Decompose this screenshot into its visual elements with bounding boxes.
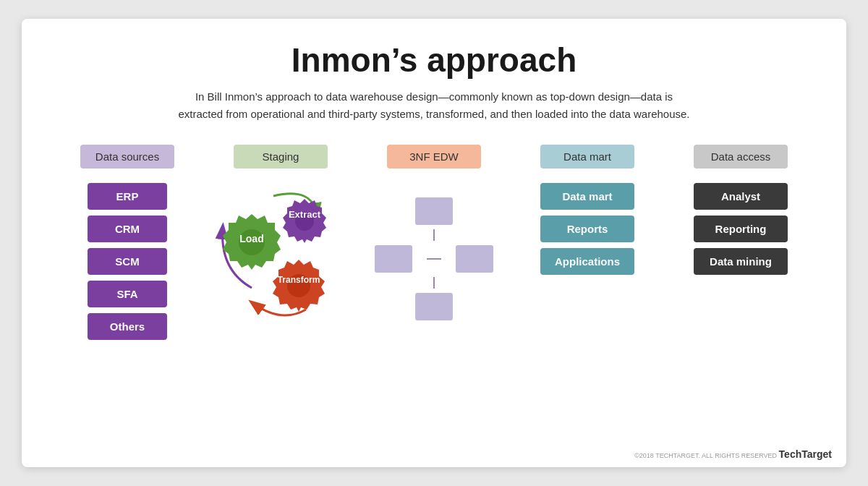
list-item: SCM (88, 248, 167, 275)
col-header-datamart: Data mart (540, 145, 634, 169)
diagram: Data sources ERP CRM SCM SFA Others Stag… (51, 145, 817, 453)
col-datasources: Data sources ERP CRM SCM SFA Others (51, 145, 204, 346)
connector-h1 (427, 258, 441, 260)
gear-load-label: Load (239, 233, 263, 244)
list-item: SFA (88, 281, 167, 307)
slide: Inmon’s approach In Bill Inmon’s approac… (22, 19, 846, 467)
edw-box-right (456, 245, 493, 273)
list-item: Others (88, 313, 167, 340)
footer: ©2018 TECHTARGET. ALL RIGHTS RESERVED Te… (634, 448, 832, 460)
footer-copyright: ©2018 TECHTARGET. ALL RIGHTS RESERVED (634, 452, 777, 459)
gears-svg: Load Extract Transform (212, 183, 349, 328)
col-dataaccess: Data access Analyst Reporting Data minin… (664, 145, 817, 281)
connector-v2 (433, 277, 435, 289)
list-item: Analyst (694, 183, 788, 210)
edw-box-bottom (415, 293, 453, 320)
footer-brand: TechTarget (779, 448, 832, 460)
edw-flowchart (375, 197, 493, 320)
list-item: CRM (88, 216, 167, 242)
list-item: ERP (88, 183, 167, 210)
list-item: Reports (540, 216, 634, 242)
col-edw: 3NF EDW (357, 145, 511, 320)
edw-box-top (415, 197, 453, 225)
staging-gears: Load Extract Transform (212, 183, 349, 328)
connector-v1 (433, 229, 435, 241)
list-item: Data mart (540, 183, 634, 210)
page-title: Inmon’s approach (292, 40, 576, 80)
col-header-staging: Staging (234, 145, 328, 169)
page-subtitle: In Bill Inmon’s approach to data warehou… (174, 88, 694, 123)
gear-transform-label: Transform (278, 275, 320, 285)
col-staging: Staging (204, 145, 357, 328)
edw-middle-row (375, 245, 493, 273)
col-datamart: Data mart Data mart Reports Applications (511, 145, 664, 281)
list-item: Applications (540, 248, 634, 275)
list-item: Reporting (694, 216, 788, 242)
gear-extract-label: Extract (289, 209, 321, 220)
col-header-dataaccess: Data access (694, 145, 788, 169)
edw-box-left (375, 245, 412, 273)
col-header-edw: 3NF EDW (387, 145, 481, 169)
list-item: Data mining (694, 248, 788, 275)
col-header-datasources: Data sources (80, 145, 174, 169)
